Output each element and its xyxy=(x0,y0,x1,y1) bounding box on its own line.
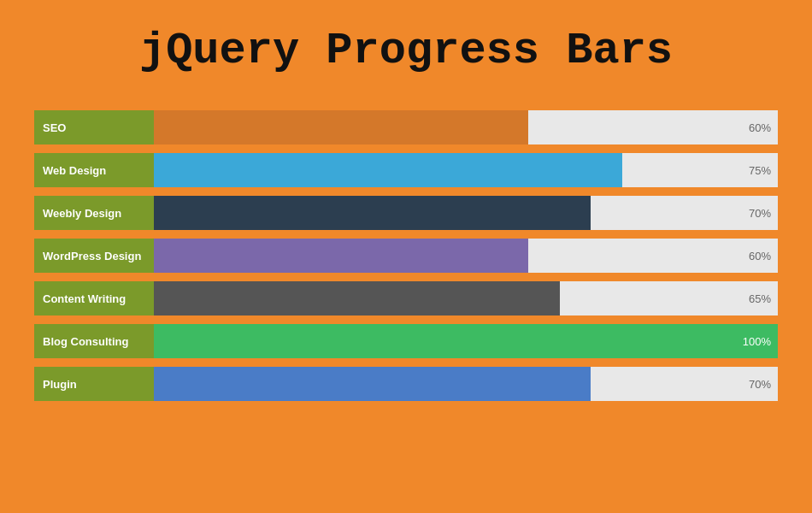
bar-row-wordpress: WordPress Design 60% xyxy=(34,239,778,273)
bar-track-webdesign: 75% xyxy=(154,153,778,187)
bar-row-plugin: Plugin 70% xyxy=(34,367,778,401)
bars-container: SEO 60% Web Design 75% Weebly Design 70%… xyxy=(0,110,812,401)
bar-percent-blog: 100% xyxy=(743,335,771,348)
bar-percent-webdesign: 75% xyxy=(749,164,771,177)
bar-track-plugin: 70% xyxy=(154,367,778,401)
bar-fill-plugin xyxy=(154,367,591,401)
bar-fill-webdesign xyxy=(154,153,622,187)
bar-row-blog: Blog Consulting 100% xyxy=(34,324,778,358)
bar-fill-wordpress xyxy=(154,239,528,273)
bar-label-plugin: Plugin xyxy=(34,367,154,401)
bar-row-webdesign: Web Design 75% xyxy=(34,153,778,187)
bar-label-wordpress: WordPress Design xyxy=(34,239,154,273)
bar-percent-content: 65% xyxy=(749,292,771,305)
bar-fill-seo xyxy=(154,110,528,144)
bar-label-seo: SEO xyxy=(34,110,154,144)
page-title: jQuery Progress Bars xyxy=(0,0,812,110)
bar-label-blog: Blog Consulting xyxy=(34,324,154,358)
bar-label-webdesign: Web Design xyxy=(34,153,154,187)
bar-percent-weebly: 70% xyxy=(749,207,771,220)
bar-track-weebly: 70% xyxy=(154,196,778,230)
bar-row-seo: SEO 60% xyxy=(34,110,778,144)
bar-row-content: Content Writing 65% xyxy=(34,281,778,315)
bar-label-content: Content Writing xyxy=(34,281,154,315)
bar-label-weebly: Weebly Design xyxy=(34,196,154,230)
bar-track-content: 65% xyxy=(154,281,778,315)
bar-percent-seo: 60% xyxy=(749,121,771,134)
bar-track-wordpress: 60% xyxy=(154,239,778,273)
bar-fill-weebly xyxy=(154,196,591,230)
bar-fill-content xyxy=(154,281,560,315)
bar-fill-blog xyxy=(154,324,778,358)
bar-row-weebly: Weebly Design 70% xyxy=(34,196,778,230)
bar-track-blog: 100% xyxy=(154,324,778,358)
bar-percent-plugin: 70% xyxy=(749,378,771,391)
bar-percent-wordpress: 60% xyxy=(749,250,771,262)
bar-track-seo: 60% xyxy=(154,110,778,144)
